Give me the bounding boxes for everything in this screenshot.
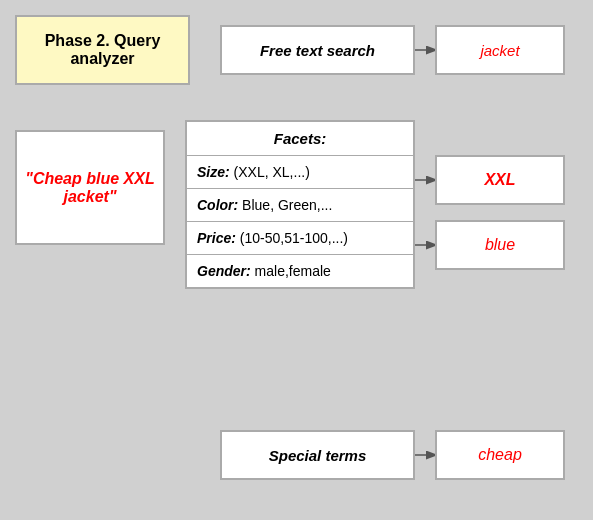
free-text-label: Free text search <box>260 42 375 59</box>
phase-label: Phase 2. Query analyzer <box>15 15 190 85</box>
cheap-result-box: cheap <box>435 430 565 480</box>
facet-price-key: Price: <box>197 230 236 246</box>
facet-color-row: Color: Blue, Green,... <box>187 189 413 222</box>
blue-value: blue <box>485 236 515 254</box>
facet-size-value: (XXL, XL,...) <box>234 164 310 180</box>
special-terms-box: Special terms <box>220 430 415 480</box>
facet-size-key: Size: <box>197 164 230 180</box>
facet-gender-row: Gender: male,female <box>187 255 413 287</box>
xxl-result-box: XXL <box>435 155 565 205</box>
facet-size-row: Size: (XXL, XL,...) <box>187 156 413 189</box>
facet-gender-value: male,female <box>255 263 331 279</box>
facets-container: Facets: Size: (XXL, XL,...) Color: Blue,… <box>185 120 415 289</box>
special-terms-label: Special terms <box>269 447 367 464</box>
free-text-search-box: Free text search <box>220 25 415 75</box>
jacket-result-box: jacket <box>435 25 565 75</box>
facet-gender-key: Gender: <box>197 263 251 279</box>
jacket-value: jacket <box>480 42 519 59</box>
xxl-value: XXL <box>484 171 515 189</box>
facet-price-row: Price: (10-50,51-100,...) <box>187 222 413 255</box>
facet-color-value: Blue, Green,... <box>242 197 332 213</box>
blue-result-box: blue <box>435 220 565 270</box>
query-text: "Cheap blue XXL jacket" <box>17 170 163 206</box>
phase-text: Phase 2. Query analyzer <box>17 32 188 68</box>
facets-header: Facets: <box>187 122 413 156</box>
facet-price-value: (10-50,51-100,...) <box>240 230 348 246</box>
facet-color-key: Color: <box>197 197 238 213</box>
cheap-value: cheap <box>478 446 522 464</box>
query-input-box: "Cheap blue XXL jacket" <box>15 130 165 245</box>
